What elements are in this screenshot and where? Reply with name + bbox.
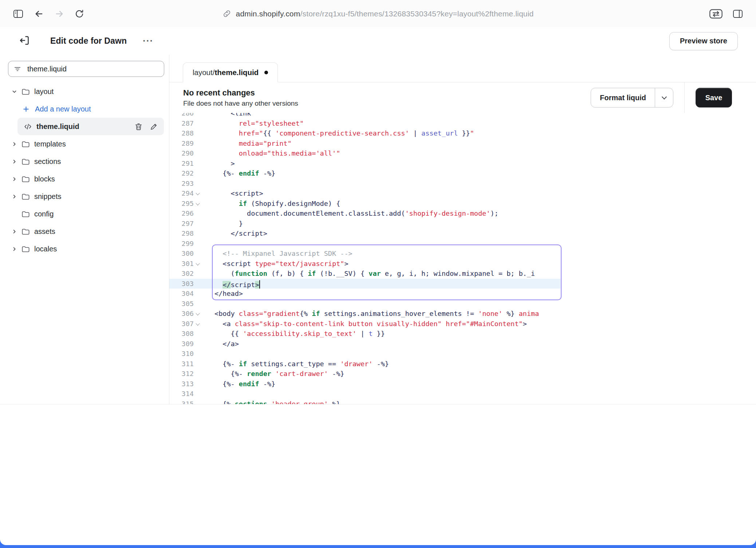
fold-toggle-icon[interactable] [194, 259, 202, 269]
save-button[interactable]: Save [696, 88, 732, 107]
code-text[interactable]: <script> [202, 188, 756, 199]
code-line-296[interactable]: 296 document.documentElement.classList.a… [169, 208, 756, 219]
chevron-right-icon[interactable] [12, 141, 21, 147]
code-line-291[interactable]: 291 > [169, 158, 756, 169]
chevron-right-icon[interactable] [12, 246, 21, 252]
sidebar-item-sections[interactable]: sections [8, 153, 164, 170]
code-line-294[interactable]: 294 <script> [169, 188, 756, 199]
code-line-305[interactable]: 305 [169, 299, 756, 309]
code-line-300[interactable]: 300 <!-- Mixpanel Javascript SDK --> [169, 248, 756, 259]
forward-icon[interactable] [54, 8, 65, 19]
preview-store-button[interactable]: Preview store [669, 32, 738, 50]
sidebar-item-templates[interactable]: templates [8, 135, 164, 153]
fold-toggle-icon[interactable] [194, 319, 202, 329]
extensions-icon[interactable] [708, 8, 724, 20]
code-line-292[interactable]: 292 {%- endif -%} [169, 168, 756, 179]
code-line-287[interactable]: 287 rel="stylesheet" [169, 118, 756, 129]
sidebar-item-config[interactable]: config [8, 205, 164, 223]
code-text[interactable]: </a> [202, 339, 756, 349]
code-line-297[interactable]: 297 } [169, 219, 756, 229]
format-liquid-button[interactable]: Format liquid [591, 88, 673, 107]
code-line-299[interactable]: 299 [169, 239, 756, 249]
url-field[interactable]: admin.shopify.com/store/rzq1xu-f5/themes… [223, 0, 534, 27]
code-text[interactable]: (function (f, b) { if (!b.__SV) { var e,… [202, 269, 562, 279]
code-line-289[interactable]: 289 media="print" [169, 138, 756, 149]
code-line-311[interactable]: 311 {%- if settings.cart_type == 'drawer… [169, 359, 756, 369]
exit-button[interactable] [17, 34, 32, 49]
pencil-icon[interactable] [149, 122, 158, 131]
code-text[interactable] [202, 349, 756, 359]
code-text[interactable] [202, 179, 756, 189]
chevron-right-icon[interactable] [12, 229, 21, 234]
code-text[interactable]: if (Shopify.designMode) { [202, 199, 756, 209]
code-text[interactable]: <body class="gradient{% if settings.anim… [202, 309, 756, 319]
code-line-304[interactable]: 304</head> [169, 289, 756, 299]
sidebar-item-assets[interactable]: assets [8, 223, 164, 240]
overflow-menu-button[interactable]: ··· [143, 35, 153, 47]
code-line-315[interactable]: 315 {% sections 'header-group' %} [169, 399, 756, 404]
file-filter-input[interactable] [8, 61, 164, 77]
code-line-312[interactable]: 312 {%- render 'cart-drawer' -%} [169, 369, 756, 379]
format-dropdown-button[interactable] [655, 88, 673, 107]
code-line-286[interactable]: 286 <link [169, 113, 756, 118]
code-text[interactable]: media="print" [202, 138, 756, 149]
fold-toggle-icon[interactable] [194, 309, 202, 319]
code-text[interactable]: {% sections 'header-group' %} [202, 399, 756, 404]
code-text[interactable]: {%- render 'cart-drawer' -%} [202, 369, 756, 379]
code-line-309[interactable]: 309 </a> [169, 339, 756, 349]
code-text[interactable]: </script> [202, 279, 756, 289]
chevron-right-icon[interactable] [12, 159, 21, 164]
sidebar-item-theme-liquid[interactable]: theme.liquid [17, 118, 164, 135]
code-line-310[interactable]: 310 [169, 349, 756, 359]
sidebar-item-locales[interactable]: locales [8, 240, 164, 258]
code-line-295[interactable]: 295 if (Shopify.designMode) { [169, 199, 756, 209]
code-text[interactable]: <a class="skip-to-content-link button vi… [202, 319, 756, 329]
code-line-293[interactable]: 293 [169, 179, 756, 189]
code-line-298[interactable]: 298 </script> [169, 228, 756, 239]
code-text[interactable]: rel="stylesheet" [202, 118, 756, 129]
code-text[interactable]: <script type="text/javascript"> [202, 259, 756, 269]
code-line-290[interactable]: 290 onload="this.media='all'" [169, 148, 756, 158]
code-text[interactable]: </script> [202, 228, 756, 239]
panel-right-toggle-icon[interactable] [732, 8, 744, 19]
code-text[interactable]: {{ 'accessibility.skip_to_text' | t }} [202, 329, 756, 339]
code-editor[interactable]: 286 <link287 rel="stylesheet"288 href="{… [169, 113, 756, 404]
code-line-308[interactable]: 308 {{ 'accessibility.skip_to_text' | t … [169, 329, 756, 339]
code-text[interactable]: {%- endif -%} [202, 168, 756, 179]
code-text[interactable]: {%- endif -%} [202, 379, 756, 389]
back-icon[interactable] [34, 8, 44, 19]
code-line-314[interactable]: 314 [169, 389, 756, 399]
code-text[interactable]: > [202, 158, 756, 169]
chevron-right-icon[interactable] [12, 194, 21, 199]
code-text[interactable] [202, 239, 756, 249]
code-line-288[interactable]: 288 href="{{ 'component-predictive-searc… [169, 128, 756, 138]
sidebar-item-layout[interactable]: layout [8, 83, 164, 100]
reload-icon[interactable] [74, 9, 84, 19]
code-text[interactable] [202, 299, 756, 309]
code-text[interactable]: onload="this.media='all'" [202, 148, 756, 158]
code-line-313[interactable]: 313 {%- endif -%} [169, 379, 756, 389]
code-text[interactable]: </head> [202, 289, 756, 299]
fold-toggle-icon[interactable] [194, 188, 202, 199]
sidebar-item-snippets[interactable]: snippets [8, 188, 164, 205]
sidebar-item-add-layout[interactable]: Add a new layout [8, 100, 164, 118]
code-text[interactable]: href="{{ 'component-predictive-search.cs… [202, 128, 756, 138]
trash-icon[interactable] [134, 122, 143, 131]
sidebar-toggle-icon[interactable] [12, 8, 24, 19]
code-text[interactable]: <link [202, 113, 756, 118]
code-text[interactable]: {%- if settings.cart_type == 'drawer' -%… [202, 359, 756, 369]
code-line-307[interactable]: 307 <a class="skip-to-content-link butto… [169, 319, 756, 329]
chevron-down-icon[interactable] [12, 89, 21, 94]
code-line-302[interactable]: 302 (function (f, b) { if (!b.__SV) { va… [169, 269, 756, 279]
code-text[interactable]: document.documentElement.classList.add('… [202, 208, 756, 219]
tab-theme-liquid[interactable]: layout/theme.liquid [183, 62, 278, 82]
code-text[interactable]: } [202, 219, 756, 229]
sidebar-item-blocks[interactable]: blocks [8, 170, 164, 188]
code-text[interactable] [202, 389, 756, 399]
code-line-303[interactable]: 303 </script> [169, 279, 756, 289]
chevron-right-icon[interactable] [12, 176, 21, 182]
fold-toggle-icon[interactable] [194, 199, 202, 209]
code-text[interactable]: <!-- Mixpanel Javascript SDK --> [202, 248, 756, 259]
code-line-301[interactable]: 301 <script type="text/javascript"> [169, 259, 756, 269]
code-line-306[interactable]: 306<body class="gradient{% if settings.a… [169, 309, 756, 319]
